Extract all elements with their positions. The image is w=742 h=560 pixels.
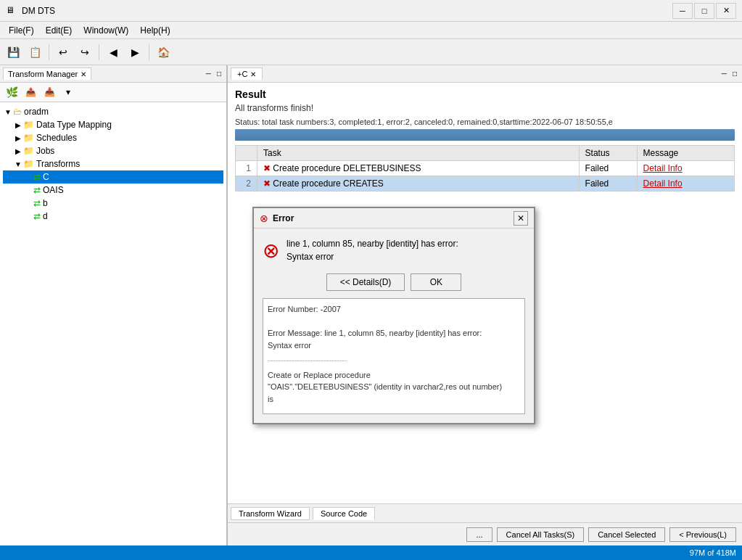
error-dialog: ⊗ Error ✕ ⊗ line 1, column 85, nearby [i… bbox=[252, 207, 535, 424]
result-tab[interactable]: +C ✕ bbox=[231, 67, 263, 80]
detail-separator: ------------------------------ bbox=[268, 354, 520, 366]
dialog-close-button[interactable]: ✕ bbox=[514, 211, 528, 226]
toolbar-forward[interactable]: ▶ bbox=[125, 42, 145, 62]
chevron-right-icon: ▶ bbox=[13, 134, 23, 142]
minimize-button[interactable]: ─ bbox=[672, 3, 693, 19]
tree-root[interactable]: ▼ 🗁 oradm bbox=[3, 105, 223, 118]
menu-edit[interactable]: Edit(E) bbox=[40, 24, 78, 37]
tree-item-transforms[interactable]: ▼ 📁 Transforms bbox=[3, 157, 223, 170]
toolbar-copy[interactable]: 📋 bbox=[25, 42, 45, 62]
menu-help[interactable]: Help(H) bbox=[134, 24, 176, 37]
tree-item-jobs[interactable]: ▶ 📁 Jobs bbox=[3, 144, 223, 157]
status-footer: 97M of 418M bbox=[0, 545, 742, 560]
dialog-btn-row: << Details(D) OK bbox=[263, 273, 525, 291]
tree-item-schedules[interactable]: ▶ 📁 Schedules bbox=[3, 131, 223, 144]
right-tab-bar: +C ✕ ─ □ bbox=[228, 65, 742, 83]
detail-is: is bbox=[268, 393, 520, 405]
chevron-right-icon: ▶ bbox=[13, 147, 23, 155]
details-button[interactable]: << Details(D) bbox=[326, 273, 405, 291]
dialog-title: Error bbox=[273, 213, 514, 223]
dialog-message-text: line 1, column 85, nearby [identity] has… bbox=[287, 237, 458, 263]
cancel-selected-button[interactable]: Cancel Selected bbox=[588, 527, 665, 542]
folder-icon: 📁 bbox=[23, 146, 34, 156]
detail-error-number: Error Number: -2007 bbox=[268, 303, 520, 316]
title-bar: 🖥 DM DTS ─ □ ✕ bbox=[0, 0, 742, 22]
dialog-body: ⊗ line 1, column 85, nearby [identity] h… bbox=[254, 228, 534, 423]
toolbar-sep-3 bbox=[149, 44, 149, 60]
title-bar-controls: ─ □ ✕ bbox=[672, 3, 736, 19]
col-status: Status bbox=[579, 146, 637, 161]
bottom-tab-bar: Transform Wizard Source Code bbox=[228, 503, 742, 522]
ok-button[interactable]: OK bbox=[411, 273, 461, 291]
folder-icon: 📁 bbox=[23, 159, 34, 169]
folder-icon: 📁 bbox=[23, 133, 34, 143]
footer-right-text: 97M of 418M bbox=[690, 548, 736, 557]
tab-transform-wizard[interactable]: Transform Wizard bbox=[231, 507, 310, 520]
left-panel: Transform Manager ✕ ─ □ 🌿 📤 📥 ▾ ▼ 🗁 orad… bbox=[0, 65, 228, 545]
task-cell: ✖ Create procedure DELETEBUSINESS bbox=[257, 161, 580, 176]
toolbar-back[interactable]: ◀ bbox=[103, 42, 123, 62]
result-tab-close[interactable]: ✕ bbox=[250, 70, 256, 78]
toolbar-undo[interactable]: ↩ bbox=[53, 42, 73, 62]
menu-file[interactable]: File(F) bbox=[3, 24, 40, 37]
panel-max-btn[interactable]: □ bbox=[215, 69, 223, 78]
tree-more-btn[interactable]: ▾ bbox=[59, 84, 77, 100]
col-message: Message bbox=[637, 146, 734, 161]
result-tab-label: +C bbox=[237, 70, 247, 78]
tree-item-label: d bbox=[43, 211, 48, 221]
maximize-button[interactable]: □ bbox=[694, 3, 714, 19]
status-cell: Failed bbox=[579, 176, 637, 192]
tree-item-data-type-mapping[interactable]: ▶ 📁 Data Type Mapping bbox=[3, 118, 223, 131]
table-row[interactable]: 1 ✖ Create procedure DELETEBUSINESS Fail… bbox=[236, 161, 735, 176]
app-icon: 🖥 bbox=[6, 5, 17, 17]
tree-item-c[interactable]: ⇄ C bbox=[3, 170, 223, 184]
right-panel-controls: ─ □ bbox=[720, 69, 739, 78]
message-cell[interactable]: Detail Info bbox=[637, 161, 734, 176]
tree-refresh-btn[interactable]: 🌿 bbox=[3, 84, 20, 100]
toolbar-home[interactable]: 🏠 bbox=[153, 42, 173, 62]
transform-manager-tab[interactable]: Transform Manager ✕ bbox=[3, 67, 91, 80]
task-cell: ✖ Create procedure CREATES bbox=[257, 176, 580, 192]
close-button[interactable]: ✕ bbox=[716, 3, 736, 19]
col-task: Task bbox=[257, 146, 580, 161]
tree-import-btn[interactable]: 📥 bbox=[41, 84, 58, 100]
dialog-message-row: ⊗ line 1, column 85, nearby [identity] h… bbox=[263, 237, 525, 263]
toolbar-redo[interactable]: ↪ bbox=[75, 42, 95, 62]
tree-root-icon: 🗁 bbox=[13, 107, 22, 117]
dialog-title-bar: ⊗ Error ✕ bbox=[254, 208, 534, 228]
tree-item-label: Schedules bbox=[36, 133, 77, 143]
tree-item-oais[interactable]: ⇄ OAIS bbox=[3, 184, 223, 197]
more-btn[interactable]: ... bbox=[466, 527, 492, 542]
detail-procedure: Create or Replace procedure "OAIS"."DELE… bbox=[268, 369, 520, 393]
dialog-error-icon: ⊗ bbox=[263, 239, 279, 263]
tree-item-d[interactable]: ⇄ d bbox=[3, 210, 223, 223]
menu-window[interactable]: Window(W) bbox=[78, 24, 134, 37]
toolbar-save[interactable]: 💾 bbox=[3, 42, 23, 62]
tree-export-btn[interactable]: 📤 bbox=[22, 84, 39, 100]
panel-min-btn[interactable]: ─ bbox=[204, 69, 213, 78]
right-panel-max-btn[interactable]: □ bbox=[730, 69, 739, 78]
detail-info-link[interactable]: Detail Info bbox=[643, 178, 683, 189]
table-row[interactable]: 2 ✖ Create procedure CREATES Failed Deta… bbox=[236, 176, 735, 192]
toolbar: 💾 📋 ↩ ↪ ◀ ▶ 🏠 bbox=[0, 39, 742, 65]
status-text: Status: total task numbers:3, completed:… bbox=[235, 118, 735, 126]
previous-button[interactable]: < Previous(L) bbox=[669, 527, 736, 542]
col-num bbox=[236, 146, 257, 161]
panel-tab-controls: ─ □ bbox=[204, 69, 223, 78]
transform-icon: ⇄ bbox=[33, 198, 41, 208]
menu-bar: File(F) Edit(E) Window(W) Help(H) bbox=[0, 22, 742, 39]
tree-item-label: Transforms bbox=[36, 159, 80, 169]
tree-panel: ▼ 🗁 oradm ▶ 📁 Data Type Mapping ▶ 📁 Sche… bbox=[0, 102, 226, 545]
detail-info-link[interactable]: Detail Info bbox=[643, 163, 683, 173]
dialog-detail-box[interactable]: Error Number: -2007 Error Message: line … bbox=[263, 298, 525, 414]
tree-root-label: oradm bbox=[24, 107, 49, 117]
transform-manager-tab-close[interactable]: ✕ bbox=[81, 70, 86, 78]
tree-item-b[interactable]: ⇄ b bbox=[3, 197, 223, 210]
tab-source-code[interactable]: Source Code bbox=[313, 507, 375, 520]
transform-icon: ⇄ bbox=[33, 211, 41, 221]
result-title: Result bbox=[235, 88, 735, 100]
cancel-all-tasks-button[interactable]: Cancel All Tasks(S) bbox=[497, 527, 585, 542]
right-panel-min-btn[interactable]: ─ bbox=[720, 69, 729, 78]
title-bar-text: DM DTS bbox=[22, 6, 672, 16]
message-cell[interactable]: Detail Info bbox=[637, 176, 734, 192]
